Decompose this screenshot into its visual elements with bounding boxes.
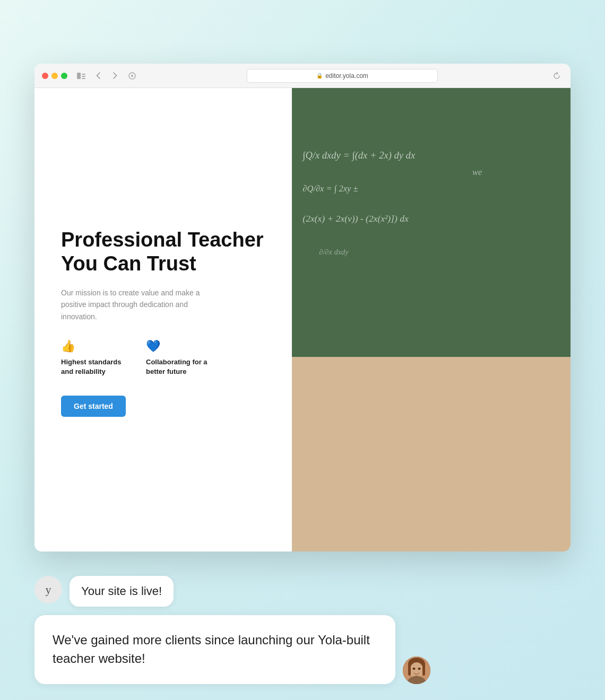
chat-section: y Your site is live! We've gained more c…	[34, 576, 571, 684]
browser-content: Professional Teacher You Can Trust Our m…	[34, 88, 571, 552]
reload-button[interactable]	[550, 69, 563, 82]
classroom-floor	[292, 357, 571, 552]
thumbs-up-icon: 👍	[61, 339, 130, 353]
chat-message-2-text: We've gained more clients since launchin…	[53, 633, 370, 666]
heart-icon: 💙	[146, 339, 215, 353]
hero-left-panel: Professional Teacher You Can Trust Our m…	[34, 88, 292, 552]
forward-button[interactable]	[109, 69, 122, 82]
feature-item-2: 💙 Collaborating for a better future	[146, 339, 215, 377]
svg-text:(2x(x) + 2x(v)) - (2x(x²)]) dx: (2x(x) + 2x(v)) - (2x(x²)]) dx	[302, 213, 409, 224]
feature-text-2: Collaborating for a better future	[146, 357, 215, 377]
extensions-button[interactable]	[126, 69, 139, 82]
svg-text:∂/∂x dxdy: ∂/∂x dxdy	[319, 248, 349, 256]
math-formulas: ∫Q/x dxdy = ∫(dx + 2x) dy dx ∂Q/∂x = ∫ 2…	[292, 88, 571, 366]
chat-bubble-2: We've gained more clients since launchin…	[34, 615, 395, 684]
maximize-button[interactable]	[61, 73, 67, 79]
yola-avatar-letter: y	[46, 583, 51, 597]
feature-item-1: 👍 Highest standards and reliability	[61, 339, 130, 377]
svg-rect-2	[82, 76, 85, 77]
svg-point-5	[131, 75, 133, 77]
lock-icon: 🔒	[316, 73, 323, 78]
back-button[interactable]	[92, 69, 105, 82]
svg-rect-0	[77, 73, 81, 79]
hero-title: Professional Teacher You Can Trust	[61, 228, 265, 276]
hero-right-panel: ∫Q/x dxdy = ∫(dx + 2x) dy dx ∂Q/∂x = ∫ 2…	[292, 88, 571, 552]
svg-rect-25	[408, 664, 411, 676]
svg-text:∂Q/∂x = ∫ 2xy ±: ∂Q/∂x = ∫ 2xy ±	[302, 183, 358, 194]
browser-window: 🔒 editor.yola.com Professional Teacher Y…	[34, 64, 571, 552]
svg-point-27	[413, 668, 416, 670]
address-bar[interactable]: 🔒 editor.yola.com	[247, 69, 438, 83]
svg-rect-3	[82, 78, 85, 79]
close-button[interactable]	[42, 73, 48, 79]
teacher-image: ∫Q/x dxdy = ∫(dx + 2x) dy dx ∂Q/∂x = ∫ 2…	[292, 88, 571, 552]
user-avatar-image	[403, 657, 430, 684]
svg-text:we: we	[472, 167, 482, 177]
feature-text-1: Highest standards and reliability	[61, 357, 130, 377]
get-started-button[interactable]: Get started	[61, 396, 126, 417]
traffic-lights	[42, 73, 67, 79]
features-row: 👍 Highest standards and reliability 💙 Co…	[61, 339, 265, 377]
chat-row-1: y Your site is live!	[34, 576, 571, 607]
minimize-button[interactable]	[51, 73, 58, 79]
chat-bubble-1: Your site is live!	[70, 576, 174, 607]
sidebar-toggle-button[interactable]	[75, 69, 88, 82]
chat-message-1-text: Your site is live!	[81, 584, 162, 598]
url-text: editor.yola.com	[325, 72, 368, 80]
user-avatar	[403, 657, 430, 684]
svg-rect-1	[82, 74, 85, 75]
browser-toolbar: 🔒 editor.yola.com	[34, 64, 571, 88]
yola-avatar: y	[34, 576, 62, 603]
svg-point-28	[418, 668, 421, 670]
hero-subtitle: Our mission is to create value and make …	[61, 287, 210, 322]
svg-text:∫Q/x dxdy = ∫(dx + 2x) dy dx: ∫Q/x dxdy = ∫(dx + 2x) dy dx	[302, 150, 416, 161]
chat-row-2: We've gained more clients since launchin…	[34, 615, 571, 684]
address-bar-container: 🔒 editor.yola.com	[143, 69, 542, 83]
svg-rect-26	[422, 664, 425, 676]
